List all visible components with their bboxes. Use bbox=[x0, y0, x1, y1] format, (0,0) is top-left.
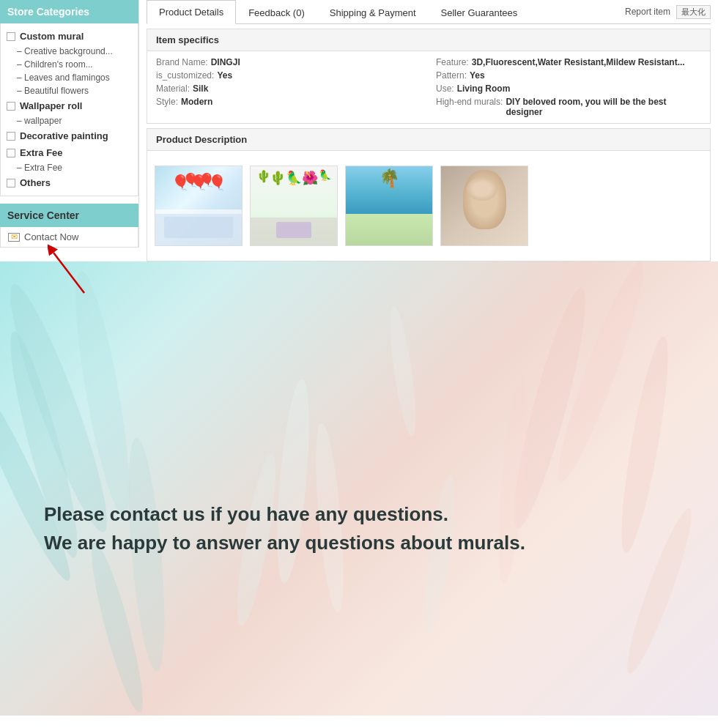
spec-customized-value: Yes bbox=[217, 70, 232, 81]
spec-style-value: Modern bbox=[181, 97, 212, 107]
report-item-button[interactable]: Report item bbox=[622, 5, 673, 18]
tab-feedback[interactable]: Feedback (0) bbox=[236, 1, 317, 24]
maximize-btn-label: 最大化 bbox=[681, 7, 706, 16]
tabs-bar: Product Details Feedback (0) Shipping & … bbox=[147, 0, 711, 24]
bottom-banner: Please contact us if you have any questi… bbox=[0, 261, 718, 716]
sidebar: Store Categories Custom mural – Creative… bbox=[0, 0, 139, 261]
spec-customized-label: is_customized: bbox=[156, 70, 214, 81]
category-label-3: Decorative painting bbox=[20, 130, 108, 141]
expand-icon-4 bbox=[7, 149, 15, 157]
product-images-row: 🎈🎈 🌵 🦜 🌴 bbox=[155, 158, 703, 253]
page-layout: Store Categories Custom mural – Creative… bbox=[0, 0, 718, 261]
svg-point-4 bbox=[65, 268, 140, 519]
contact-label: Contact Now bbox=[24, 231, 78, 242]
banner-line1: Please contact us if you have any questi… bbox=[44, 503, 674, 526]
svg-point-16 bbox=[83, 540, 151, 716]
svg-point-15 bbox=[418, 473, 461, 636]
store-categories-label: Store Categories bbox=[7, 6, 89, 18]
sidebar-nav: Custom mural – Creative background... – … bbox=[0, 23, 138, 196]
report-item-label: Report item bbox=[625, 7, 670, 17]
item-specifics-header: Item specifics bbox=[147, 29, 711, 51]
expand-icon-3 bbox=[7, 132, 15, 141]
product-description-body: 🎈🎈 🌵 🦜 🌴 bbox=[147, 151, 711, 261]
product-image-1[interactable]: 🎈🎈 bbox=[155, 166, 243, 246]
sidebar-sub-childrens-room[interactable]: – Children's room... bbox=[1, 58, 138, 71]
spec-pattern: Pattern: Yes bbox=[436, 70, 701, 81]
tab-shipping-payment-label: Shipping & Payment bbox=[330, 7, 416, 18]
tab-product-details-label: Product Details bbox=[159, 7, 223, 18]
sidebar-item-wallpaper-roll[interactable]: Wallpaper roll bbox=[1, 97, 138, 114]
spec-material-value: Silk bbox=[193, 83, 208, 94]
item-specifics-table: Brand Name: DINGJI Feature: 3D,Fluoresce… bbox=[147, 51, 711, 124]
category-label-4: Extra Fee bbox=[20, 147, 63, 158]
spec-style-label: Style: bbox=[156, 97, 178, 107]
product-image-4[interactable] bbox=[440, 166, 528, 246]
spec-feature: Feature: 3D,Fluorescent,Water Resistant,… bbox=[436, 57, 701, 67]
spec-murals-value: DIY beloved room, you will be the best d… bbox=[506, 97, 701, 117]
category-label: Custom mural bbox=[20, 31, 84, 42]
product-description-label: Product Description bbox=[156, 134, 247, 145]
spec-feature-value: 3D,Fluorescent,Water Resistant,Mildew Re… bbox=[472, 57, 685, 67]
spec-brand-label: Brand Name: bbox=[156, 57, 208, 67]
content-area: Product Details Feedback (0) Shipping & … bbox=[139, 0, 718, 261]
svg-point-5 bbox=[0, 376, 81, 586]
feather-svg bbox=[0, 261, 718, 716]
sidebar-container: Store Categories Custom mural – Creative… bbox=[0, 0, 139, 248]
tab-product-details[interactable]: Product Details bbox=[147, 0, 236, 24]
category-label-5: Others bbox=[20, 177, 51, 188]
service-center-label: Service Center bbox=[7, 209, 79, 221]
tab-shipping-payment[interactable]: Shipping & Payment bbox=[317, 1, 429, 24]
sidebar-sub-leaves-flamingos[interactable]: – Leaves and flamingos bbox=[1, 71, 138, 84]
spec-material-label: Material: bbox=[156, 83, 190, 94]
sidebar-item-extra-fee[interactable]: Extra Fee bbox=[1, 144, 138, 161]
tab-seller-guarantees[interactable]: Seller Guarantees bbox=[429, 1, 530, 24]
product-image-2[interactable]: 🌵 🦜 bbox=[250, 166, 338, 246]
svg-point-14 bbox=[385, 305, 421, 438]
contact-now-item[interactable]: Contact Now bbox=[0, 227, 138, 248]
svg-point-6 bbox=[122, 437, 171, 672]
item-specifics-label: Item specifics bbox=[156, 34, 219, 45]
tab-seller-guarantees-label: Seller Guarantees bbox=[441, 7, 518, 18]
sidebar-sub-beautiful-flowers[interactable]: – Beautiful flowers bbox=[1, 84, 138, 97]
sidebar-sub-extra-fee[interactable]: – Extra Fee bbox=[1, 161, 138, 174]
spec-brand-name: Brand Name: DINGJI bbox=[156, 57, 421, 67]
spec-customized: is_customized: Yes bbox=[156, 70, 421, 81]
svg-point-2 bbox=[0, 278, 121, 538]
sidebar-item-others[interactable]: Others bbox=[1, 174, 138, 191]
spec-feature-label: Feature: bbox=[436, 57, 469, 67]
store-categories-header: Store Categories bbox=[0, 0, 138, 23]
expand-icon-2 bbox=[7, 102, 15, 111]
spec-brand-value: DINGJI bbox=[211, 57, 240, 67]
banner-line2: We are happy to answer any questions abo… bbox=[44, 532, 674, 554]
spec-murals-label: High-end murals: bbox=[436, 97, 503, 107]
spec-use: Use: Living Room bbox=[436, 83, 701, 94]
spec-use-label: Use: bbox=[436, 83, 454, 94]
sidebar-sub-creative-background[interactable]: – Creative background... bbox=[1, 45, 138, 58]
spec-pattern-label: Pattern: bbox=[436, 70, 467, 81]
category-label-2: Wallpaper roll bbox=[20, 100, 82, 111]
spec-material: Material: Silk bbox=[156, 83, 421, 94]
email-icon bbox=[8, 233, 20, 242]
svg-point-10 bbox=[502, 283, 597, 532]
sidebar-item-decorative-painting[interactable]: Decorative painting bbox=[1, 127, 138, 144]
sidebar-item-custom-mural[interactable]: Custom mural bbox=[1, 28, 138, 45]
svg-point-11 bbox=[547, 261, 654, 486]
expand-icon bbox=[7, 32, 15, 41]
feather-background bbox=[0, 261, 718, 716]
spec-pattern-value: Yes bbox=[470, 70, 485, 81]
expand-icon-5 bbox=[7, 179, 15, 187]
spec-use-value: Living Room bbox=[457, 83, 511, 94]
sidebar-sub-wallpaper[interactable]: – wallpaper bbox=[1, 114, 138, 127]
maximize-button[interactable]: 最大化 bbox=[676, 5, 711, 19]
tab-feedback-label: Feedback (0) bbox=[248, 7, 305, 18]
product-image-3[interactable]: 🌴 bbox=[345, 166, 433, 246]
service-center-header: Service Center bbox=[0, 204, 138, 227]
spec-style: Style: Modern bbox=[156, 97, 421, 117]
banner-text-block: Please contact us if you have any questi… bbox=[44, 503, 674, 554]
product-description-header: Product Description bbox=[147, 128, 711, 151]
spec-high-end-murals: High-end murals: DIY beloved room, you w… bbox=[436, 97, 701, 117]
